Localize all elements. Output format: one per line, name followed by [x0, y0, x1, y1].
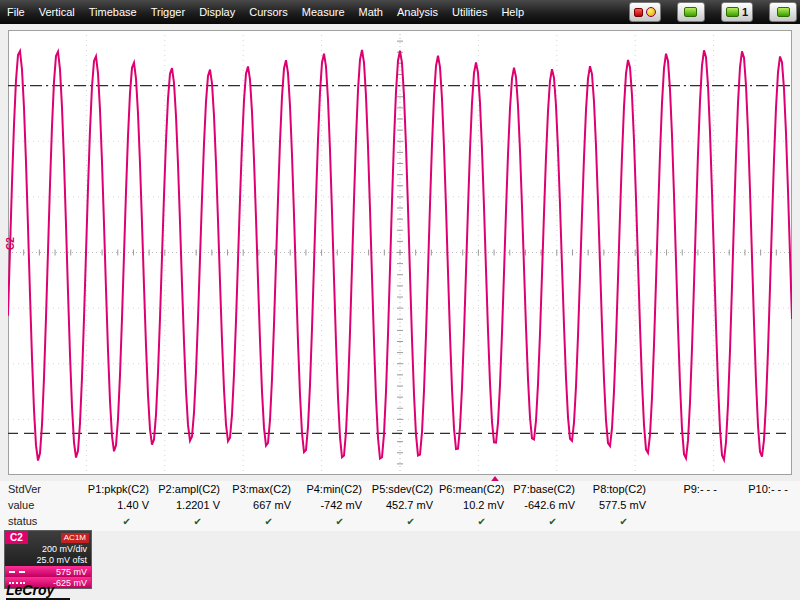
menu-item-utilities[interactable]: Utilities	[445, 1, 494, 23]
measurement-value-p8: 577.5 mV	[581, 499, 652, 511]
menu-item-file[interactable]: File	[0, 1, 32, 23]
measurement-status-p5: ✔	[368, 516, 439, 527]
display-icon	[726, 7, 739, 17]
channel-offset: 25.0 mV ofst	[5, 555, 91, 566]
meas-mode-label: StdVer	[0, 483, 84, 495]
measurement-value-p3: 667 mV	[226, 499, 297, 511]
toolbar-button-clock[interactable]	[629, 2, 661, 22]
measurement-value-p4: -742 mV	[297, 499, 368, 511]
lecroy-logo: LeCroy	[6, 583, 70, 600]
display-icon	[684, 7, 697, 17]
menu-item-timebase[interactable]: Timebase	[82, 1, 144, 23]
menu-item-trigger[interactable]: Trigger	[144, 1, 192, 23]
measurement-label-p2[interactable]: P2:ampl(C2)	[155, 483, 226, 495]
measurement-status-p2: ✔	[155, 516, 226, 527]
meas-value-row-label: value	[0, 499, 84, 511]
menu-item-help[interactable]: Help	[494, 1, 531, 23]
cursor-top-row: 575 mV	[5, 566, 91, 577]
channel-scale: 200 mV/div	[5, 544, 91, 555]
stop-icon	[634, 8, 643, 17]
menu-bar: FileVerticalTimebaseTriggerDisplayCursor…	[0, 0, 800, 24]
measurement-status-p3: ✔	[226, 516, 297, 527]
menu-item-display[interactable]: Display	[192, 1, 242, 23]
trace-label-c2: C2	[5, 237, 16, 250]
measurement-value-p1: 1.40 V	[84, 499, 155, 511]
menu-item-measure[interactable]: Measure	[295, 1, 352, 23]
menu-item-cursors[interactable]: Cursors	[242, 1, 295, 23]
toolbar-button-display[interactable]	[677, 2, 705, 22]
measurement-label-p5[interactable]: P5:sdev(C2)	[368, 483, 439, 495]
scope-grid	[8, 30, 792, 475]
measurement-label-p7[interactable]: P7:base(C2)	[510, 483, 581, 495]
cursor-top-value: 575 mV	[56, 567, 87, 577]
measurement-label-p3[interactable]: P3:max(C2)	[226, 483, 297, 495]
measurement-status-p4: ✔	[297, 516, 368, 527]
clock-icon	[646, 7, 656, 17]
cursor-dash-icon	[9, 571, 25, 573]
meas-status-row-label: status	[0, 515, 84, 527]
measurement-value-p2: 1.2201 V	[155, 499, 226, 511]
measurement-value-p7: -642.6 mV	[510, 499, 581, 511]
toolbar-button-edge[interactable]	[769, 2, 797, 22]
toolbar: 1	[629, 2, 797, 22]
scope-display[interactable]: C2	[8, 30, 792, 475]
measurement-status-p6: ✔	[439, 516, 510, 527]
display-icon	[777, 7, 790, 17]
measurement-label-p10[interactable]: P10:- - -	[723, 483, 794, 495]
display-count: 1	[742, 6, 748, 18]
menu-items: FileVerticalTimebaseTriggerDisplayCursor…	[0, 1, 531, 23]
measurement-value-p6: 10.2 mV	[439, 499, 510, 511]
measurement-label-p8[interactable]: P8:top(C2)	[581, 483, 652, 495]
channel-descriptor-header: C2 AC1M	[5, 531, 91, 544]
measurement-label-p6[interactable]: P6:mean(C2)	[439, 483, 510, 495]
measurement-panel: StdVer P1:pkpk(C2)P2:ampl(C2)P3:max(C2)P…	[0, 481, 800, 531]
measurement-label-p1[interactable]: P1:pkpk(C2)	[84, 483, 155, 495]
measurement-label-p4[interactable]: P4:min(C2)	[297, 483, 368, 495]
measurement-value-p5: 452.7 mV	[368, 499, 439, 511]
menu-item-math[interactable]: Math	[352, 1, 390, 23]
channel-coupling-badge: AC1M	[61, 533, 89, 543]
menu-item-vertical[interactable]: Vertical	[32, 1, 82, 23]
measurement-status-p1: ✔	[84, 516, 155, 527]
measurement-label-p9[interactable]: P9:- - -	[652, 483, 723, 495]
channel-name: C2	[5, 531, 28, 544]
measurement-status-p8: ✔	[581, 516, 652, 527]
toolbar-button-display-1[interactable]: 1	[721, 2, 753, 22]
measurement-status-p7: ✔	[510, 516, 581, 527]
channel-descriptor-c2[interactable]: C2 AC1M 200 mV/div 25.0 mV ofst 575 mV -…	[4, 530, 92, 589]
menu-item-analysis[interactable]: Analysis	[390, 1, 445, 23]
